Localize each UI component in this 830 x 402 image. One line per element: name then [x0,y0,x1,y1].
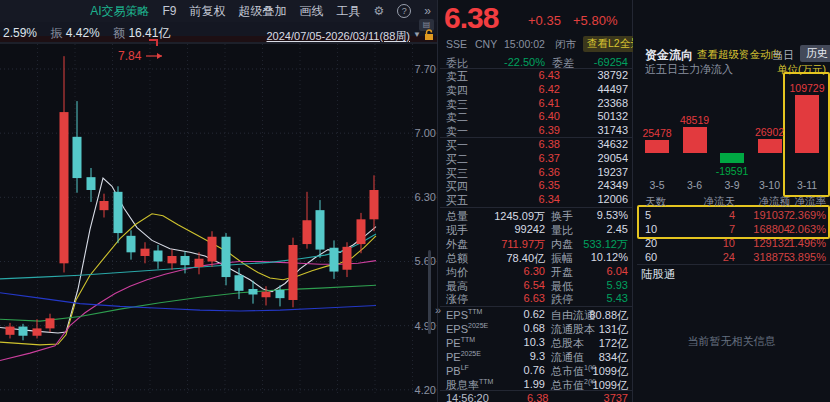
candle-body[interactable] [195,259,204,267]
book-row-size[interactable]: 29054 [597,152,628,164]
y-axis-tick: 7.00 [415,127,436,139]
book-row-price[interactable]: 6.38 [539,138,560,150]
fund-table-cell: 1.496% [789,237,826,249]
stat-value: 5.93 [607,279,628,291]
fund-flow-bar[interactable] [795,95,819,153]
menu-item-超级叠加[interactable]: 超级叠加 [239,3,287,20]
book-row-size[interactable]: 24349 [597,179,628,191]
fund-table-cell: 2.369% [789,209,826,221]
fund-table-cell: 20 [645,237,657,249]
unlock-icon[interactable] [423,29,435,41]
fund-flow-bar[interactable] [720,153,744,163]
book-row-size[interactable]: 19237 [597,166,628,178]
book-row-size[interactable]: 34632 [597,138,628,150]
candle-body[interactable] [370,190,379,219]
super-fund-flow-link[interactable]: 查看超级资金动向 [697,48,781,62]
candlestick-chart[interactable]: 7.707.006.305.604.904.207.84 [0,0,440,402]
menu-item-画线[interactable]: 画线 [300,3,324,20]
weibi-value: -22.50% [504,56,545,68]
gear-icon[interactable]: ⚙ [374,4,385,18]
divider [440,137,633,138]
candle-body[interactable] [168,256,177,263]
fundamental-label: EPS2025E [446,322,488,335]
book-row-price[interactable]: 6.37 [539,152,560,164]
candle-body[interactable] [19,327,28,336]
price-change-pct: +5.80% [573,13,617,28]
fund-table-header: 净流额 [759,195,791,209]
candle-body[interactable] [60,112,69,263]
candle-body[interactable] [330,248,339,272]
weicha-value: -69254 [594,56,628,68]
book-row-size[interactable]: 38792 [597,69,628,81]
fund-flow-bar[interactable] [683,127,707,153]
candle-body[interactable] [289,245,298,300]
fundamental-value: 0.76 [524,364,545,376]
fund-flow-bar[interactable] [758,139,782,153]
menu-item-AI交易策略[interactable]: AI交易策略 [90,3,149,20]
menu-item-F9[interactable]: F9 [163,4,177,18]
tab-today[interactable]: 当日 [772,48,794,63]
fund-table-header: 净流率 [795,195,827,209]
more-icon[interactable]: » [424,4,431,18]
candle-body[interactable] [357,219,366,244]
book-row-label: 买三 [446,166,468,181]
bar-value-label: 48519 [671,114,719,126]
book-row-size[interactable]: 12006 [597,193,628,205]
candle-body[interactable] [181,256,190,265]
fundamental-label: 总股本 [551,336,584,351]
chart-scrollbar-thumb[interactable] [428,250,431,334]
book-row-price[interactable]: 6.35 [539,179,560,191]
candle-body[interactable] [249,289,258,294]
candle-body[interactable] [208,237,217,262]
candle-body[interactable] [73,137,82,178]
book-row-price[interactable]: 6.36 [539,166,560,178]
book-row-size[interactable]: 23368 [597,97,628,109]
book-row-size[interactable]: 50132 [597,110,628,122]
menu-item-前复权[interactable]: 前复权 [190,3,226,20]
candle-body[interactable] [276,290,285,298]
candle-body[interactable] [127,236,136,252]
help-icon[interactable]: ? [397,4,411,18]
candle-body[interactable] [222,237,231,277]
book-row-label: 卖四 [446,83,468,98]
book-row-price[interactable]: 6.42 [539,83,560,95]
candle-body[interactable] [303,220,312,244]
fund-table-cell: 5 [645,209,651,221]
book-row-size[interactable]: 44497 [597,83,628,95]
chevron-down-icon[interactable]: ▼ [413,30,421,39]
candle-body[interactable] [235,275,244,291]
menu-item-工具[interactable]: 工具 [337,3,361,20]
book-row-price[interactable]: 6.41 [539,97,560,109]
book-row-price[interactable]: 6.40 [539,110,560,122]
date-range-selector[interactable]: 2024/07/05-2026/03/11(88周) [266,29,410,44]
book-row-price[interactable]: 6.43 [539,69,560,81]
tab-history[interactable]: 历史 [800,45,830,62]
fundamental-label: 总市值1(¥) [551,364,596,379]
divider [440,306,633,307]
candle-body[interactable] [87,177,96,190]
candle-body[interactable] [141,249,150,256]
fund-flow-subtitle: 近五日主力净流入 [645,62,733,77]
book-row-size[interactable]: 31743 [597,124,628,136]
candle-body[interactable] [6,327,15,335]
candle-body[interactable] [316,210,325,249]
fundamental-label: PETTM [446,336,475,349]
bar-value-label: -19591 [708,165,756,177]
tick-price: 6.38 [527,392,548,402]
fund-flow-bar[interactable] [645,140,669,153]
chart-toolbar: AI交易策略F9前复权超级叠加画线工具⚙?» [0,0,437,22]
exchange-label: SSE [446,38,467,50]
candle-body[interactable] [262,292,271,297]
y-axis-tick: 7.70 [415,63,436,75]
candle-body[interactable] [46,318,55,328]
candle-body[interactable] [114,192,123,233]
candle-body[interactable] [343,247,352,270]
candle-body[interactable] [100,201,109,210]
candle-body[interactable] [33,328,42,335]
stat-value: 10.12% [591,251,628,263]
fund-table-cell: 191037 [753,209,790,221]
candle-body[interactable] [154,250,163,261]
book-row-price[interactable]: 6.39 [539,124,560,136]
book-row-price[interactable]: 6.34 [539,193,560,205]
stat-label: 均价 [446,265,468,280]
